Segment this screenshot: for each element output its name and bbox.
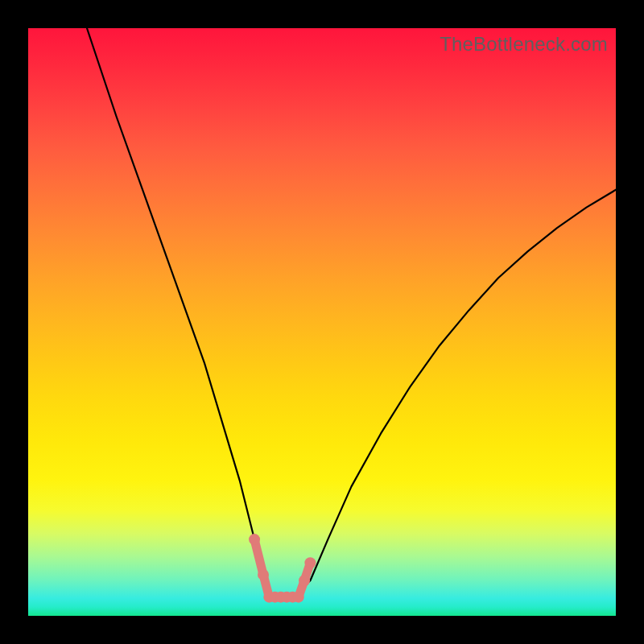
band-dot-icon xyxy=(249,534,260,545)
chart-curves xyxy=(28,28,616,616)
band-dot-icon xyxy=(258,569,269,580)
chart-frame: TheBottleneck.com xyxy=(0,0,644,644)
chart-plot-area: TheBottleneck.com xyxy=(28,28,616,616)
band-dot-icon xyxy=(299,575,310,586)
band-dot-icon xyxy=(304,557,316,568)
bottom-band-line xyxy=(249,534,316,603)
band-dot-icon xyxy=(293,592,304,603)
curve-line xyxy=(87,28,616,597)
